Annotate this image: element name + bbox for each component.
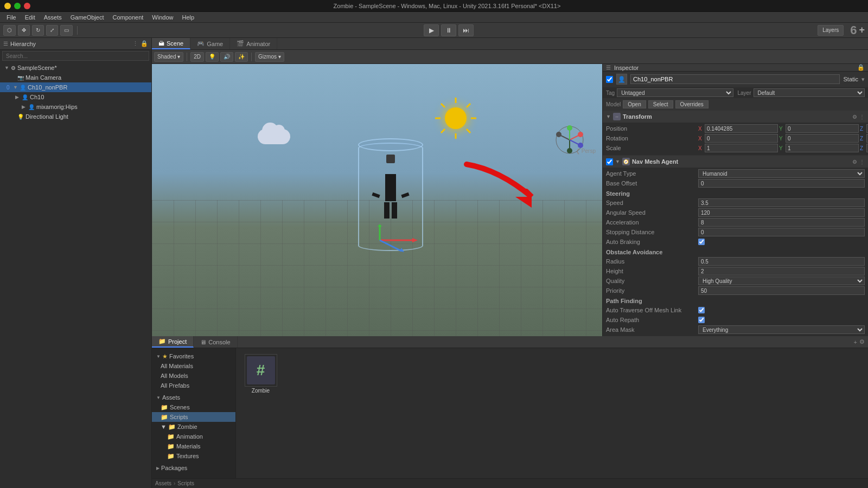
- auto-braking-check[interactable]: [698, 239, 705, 245]
- scenes-folder[interactable]: 📁 Scenes: [152, 402, 235, 412]
- inspector-lock[interactable]: 🔒: [857, 64, 865, 71]
- project-add[interactable]: +: [854, 339, 857, 345]
- overrides-button[interactable]: Overrides: [675, 100, 709, 108]
- fav-toggle[interactable]: ▼: [156, 354, 161, 359]
- project-settings[interactable]: ⚙: [859, 338, 865, 345]
- open-button[interactable]: Open: [623, 100, 646, 108]
- tag-dropdown[interactable]: Untagged: [617, 88, 733, 97]
- priority-field[interactable]: [698, 286, 865, 295]
- close-btn[interactable]: [24, 3, 30, 9]
- menu-help[interactable]: Help: [177, 12, 199, 23]
- maximize-btn[interactable]: [14, 3, 21, 9]
- hierarchy-item-maincamera[interactable]: 📷 Main Camera: [0, 73, 151, 82]
- transform-header[interactable]: ▼ ↔ Transform ⚙ ⋮: [603, 111, 868, 123]
- hips-toggle[interactable]: ▶: [22, 104, 28, 110]
- samplescene-toggle[interactable]: ▼: [4, 65, 11, 70]
- menu-assets[interactable]: Assets: [40, 12, 66, 23]
- scale-tool[interactable]: ⤢: [46, 25, 58, 36]
- textures-folder[interactable]: 📁 Textures: [152, 451, 235, 461]
- hierarchy-item-ch10[interactable]: ▶ 👤 Ch10: [0, 92, 151, 102]
- pos-y-field[interactable]: [786, 124, 859, 133]
- rect-tool[interactable]: ▭: [60, 25, 73, 36]
- tab-scene[interactable]: 🏔 Scene: [152, 38, 190, 49]
- layer-dropdown[interactable]: Default: [754, 88, 865, 97]
- hierarchy-search[interactable]: [2, 51, 149, 61]
- repath-check[interactable]: [698, 317, 705, 323]
- scene-gizmos[interactable]: Gizmos ▾: [255, 52, 284, 62]
- animation-folder[interactable]: 📁 Animation: [152, 432, 235, 441]
- transform-menu[interactable]: ⋮: [859, 114, 865, 120]
- hierarchy-item-ch10nonpbr[interactable]: 0 ▼ 👤 Ch10_nonPBR: [0, 82, 151, 92]
- assets-label[interactable]: ▼ Assets: [152, 393, 235, 402]
- traverse-check[interactable]: [698, 307, 705, 313]
- pause-button[interactable]: ⏸: [441, 24, 456, 36]
- scene-lights-toggle[interactable]: 💡: [206, 52, 219, 62]
- scene-fx-toggle[interactable]: ✨: [235, 52, 248, 62]
- menu-edit[interactable]: Edit: [21, 12, 40, 23]
- packages-toggle[interactable]: ▶: [156, 466, 159, 471]
- navmesh-active-toggle[interactable]: [606, 158, 613, 165]
- static-dropdown[interactable]: ▾: [861, 76, 865, 83]
- ch10child-toggle[interactable]: ▶: [15, 94, 22, 100]
- assets-toggle[interactable]: ▼: [156, 395, 161, 400]
- tab-console[interactable]: 🖥 Console: [194, 336, 237, 348]
- scene-view[interactable]: ❮ Persp: [152, 64, 602, 336]
- scripts-folder[interactable]: 📁 Scripts: [152, 412, 235, 422]
- select-button[interactable]: Select: [648, 100, 673, 108]
- stopping-dist-field[interactable]: [698, 228, 865, 236]
- agent-type-dropdown[interactable]: Humanoid: [698, 169, 865, 178]
- tab-game[interactable]: 🎮 Game: [190, 38, 230, 49]
- scale-x-field[interactable]: [705, 144, 778, 152]
- acceleration-field[interactable]: [698, 218, 865, 227]
- menu-component[interactable]: Component: [108, 12, 148, 23]
- go-name-input[interactable]: [630, 74, 840, 84]
- packages-label[interactable]: ▶ Packages: [152, 463, 235, 473]
- radius-field[interactable]: [698, 257, 865, 266]
- tab-project[interactable]: 📁 Project: [152, 336, 194, 348]
- zombie-folder[interactable]: ▼ 📁 Zombie: [152, 422, 235, 432]
- zombie-asset-card[interactable]: # Zombie: [240, 352, 281, 395]
- area-mask-dropdown[interactable]: Everything: [698, 325, 865, 334]
- rot-x-field[interactable]: [705, 134, 778, 143]
- view-gizmo[interactable]: [553, 124, 586, 156]
- rotate-tool[interactable]: ↻: [32, 25, 44, 36]
- rot-y-field[interactable]: [786, 134, 859, 143]
- play-button[interactable]: ▶: [424, 24, 439, 36]
- transform-toggle[interactable]: ▼: [606, 114, 611, 119]
- hierarchy-menu-icon[interactable]: ⋮: [132, 40, 138, 47]
- scale-y-field[interactable]: [786, 144, 859, 152]
- navmesh-settings[interactable]: ⚙: [852, 159, 857, 165]
- transform-tool[interactable]: ⬡: [3, 25, 16, 36]
- hierarchy-lock-icon[interactable]: 🔒: [141, 40, 148, 47]
- scene-2d-toggle[interactable]: 2D: [190, 52, 204, 62]
- favorites-label[interactable]: ▼ ★ Favorites: [152, 351, 235, 361]
- menu-file[interactable]: File: [2, 12, 21, 23]
- materials-folder[interactable]: 📁 Materials: [152, 441, 235, 451]
- quality-dropdown[interactable]: High Quality: [698, 277, 865, 285]
- all-materials-item[interactable]: All Materials: [152, 361, 235, 371]
- menu-window[interactable]: Window: [148, 12, 177, 23]
- all-models-item[interactable]: All Models: [152, 371, 235, 381]
- tab-animator[interactable]: 🎬 Animator: [230, 38, 277, 49]
- move-tool[interactable]: ✥: [18, 25, 30, 36]
- navmesh-menu[interactable]: ⋮: [859, 159, 865, 165]
- step-button[interactable]: ⏭: [458, 24, 474, 36]
- transform-settings[interactable]: ⚙: [852, 114, 857, 120]
- all-prefabs-item[interactable]: All Prefabs: [152, 381, 235, 390]
- go-active-toggle[interactable]: [606, 76, 613, 83]
- scene-audio-toggle[interactable]: 🔊: [220, 52, 233, 62]
- speed-field[interactable]: [698, 198, 865, 207]
- hierarchy-item-samplescene[interactable]: ▼ ⚙ SampleScene*: [0, 63, 151, 73]
- hierarchy-item-dlight[interactable]: 💡 Directional Light: [0, 112, 151, 121]
- navmesh-header[interactable]: ▼ 🧭 Nav Mesh Agent ⚙ ⋮: [603, 156, 868, 168]
- zombie-folder-toggle[interactable]: ▼: [161, 423, 167, 430]
- base-offset-field[interactable]: [698, 179, 865, 188]
- height-field[interactable]: [698, 267, 865, 275]
- hierarchy-item-hips[interactable]: ▶ 👤 mixamorig:Hips: [0, 102, 151, 112]
- angular-speed-field[interactable]: [698, 208, 865, 217]
- ch10-toggle[interactable]: ▼: [13, 85, 20, 90]
- navmesh-toggle[interactable]: ▼: [615, 159, 620, 164]
- layers-dropdown[interactable]: Layers: [818, 25, 844, 36]
- menu-gameobject[interactable]: GameObject: [66, 12, 108, 23]
- pos-x-field[interactable]: [705, 124, 778, 133]
